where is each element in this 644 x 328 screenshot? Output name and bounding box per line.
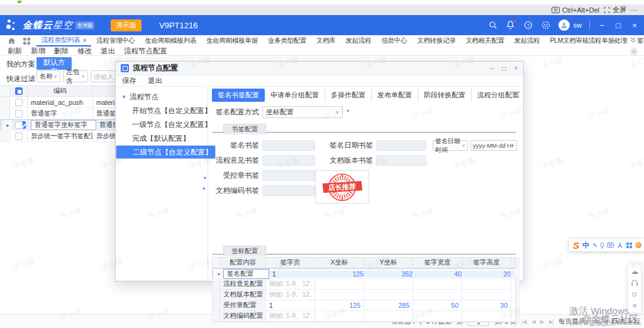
user-avatar[interactable] (558, 19, 570, 31)
toolbar-item[interactable]: 新增 (31, 46, 45, 56)
toolbar-item[interactable]: 退出 (101, 46, 115, 56)
filter-operator-select[interactable]: 左包含∨ (63, 70, 88, 82)
smiley-icon[interactable]: ☺ (631, 290, 638, 298)
tab-close-icon[interactable]: × (82, 36, 86, 44)
notification-bell-icon[interactable] (506, 20, 516, 30)
coord-value-cell[interactable] (413, 311, 462, 321)
seal-bookmark-input[interactable] (262, 170, 315, 181)
tab-item[interactable]: PLM文档审核流程单据处理 (545, 35, 632, 46)
dialog-maximize-button[interactable]: □ (502, 64, 506, 73)
maximize-button[interactable]: □ (614, 21, 623, 30)
tab-item[interactable]: 发起流程 (509, 35, 545, 46)
config-tab[interactable]: 发布单配置 (372, 89, 418, 102)
maximize-panel-icon[interactable] (513, 91, 519, 97)
per-page-input[interactable] (590, 317, 606, 326)
keyboard-icon[interactable] (607, 243, 614, 248)
first-page-icon[interactable]: |◀ (522, 319, 526, 325)
minimize-button[interactable]: − (597, 21, 606, 30)
tab-item[interactable]: 文档转换记录 (412, 35, 460, 46)
coord-value-cell[interactable]: 125 (318, 270, 367, 278)
coord-value-cell[interactable]: 40 (416, 270, 465, 278)
coord-value-cell[interactable] (462, 279, 511, 289)
menu-grid-icon[interactable] (23, 38, 30, 45)
config-tab[interactable]: 阶段转换配置 (418, 89, 472, 102)
coord-row[interactable]: 文档版本配置例如: 1-9、12、15-20 (213, 290, 515, 300)
tab-item[interactable]: 生命周期模板单据 (201, 35, 263, 46)
coord-row[interactable]: ▸签名配置11253524020 (213, 268, 518, 279)
tab-item[interactable]: 发起流程 (341, 35, 377, 46)
tree-root-node[interactable]: ▼流程节点 (116, 90, 208, 104)
exit-menu-item[interactable]: 退出 (148, 76, 162, 85)
home-icon[interactable] (8, 37, 16, 45)
tab-item[interactable]: 生命周期模板列表 (140, 35, 202, 46)
coord-value-cell[interactable]: 20 (465, 270, 514, 278)
sign-page-cell[interactable]: 1 (266, 300, 315, 310)
tab-item[interactable]: 文档库 (311, 35, 341, 46)
coord-value-cell[interactable] (413, 290, 462, 300)
feedback-smiley-icon[interactable] (541, 20, 551, 30)
coord-row[interactable]: 流程意见配置例如: 1-9、12、15-20 (213, 279, 515, 290)
microphone-icon[interactable] (601, 243, 604, 248)
tab-item[interactable]: 业务类型配置 (263, 35, 311, 46)
coordinate-table-scrollbar[interactable] (516, 257, 519, 322)
coord-value-cell[interactable]: 352 (367, 270, 416, 278)
row-checkbox[interactable] (15, 99, 23, 106)
prev-page-icon[interactable]: ◀ (531, 319, 535, 325)
tree-node[interactable]: 一级节点【自定义配置】 (116, 118, 208, 131)
tab-item[interactable]: 信息中心 (376, 35, 412, 46)
splitter-expand-icon[interactable]: ▸ (203, 185, 206, 191)
handwriting-icon[interactable]: ✎ (592, 242, 597, 249)
row-checkbox[interactable] (15, 133, 23, 140)
close-button[interactable]: × (630, 21, 639, 30)
coord-value-cell[interactable] (413, 279, 462, 289)
coord-row[interactable]: 受控章配置11252855030 (213, 300, 515, 311)
doc-code-bookmark-input[interactable] (262, 185, 315, 196)
toolbar-item[interactable]: 流程节点配置 (124, 46, 167, 56)
coord-value-cell[interactable] (315, 290, 364, 300)
sign-mode-select[interactable]: 坐标配置∨ (262, 106, 343, 118)
row-checkbox[interactable] (15, 121, 23, 129)
controlled-seal-image[interactable]: 店长推荐 (315, 170, 369, 204)
tree-node[interactable]: 二级节点【自定义配置】 (116, 145, 216, 159)
dialog-minimize-button[interactable]: − (490, 64, 494, 73)
sign-page-cell[interactable]: 例如: 1-9、12、15-20 (266, 279, 315, 289)
ime-chinese-mode[interactable]: 中 (582, 241, 589, 250)
dialog-close-button[interactable]: × (514, 64, 518, 73)
coord-value-cell[interactable] (364, 279, 413, 289)
coord-value-cell[interactable] (364, 311, 413, 321)
skin-icon[interactable] (635, 242, 641, 248)
tab-item[interactable]: 流程类型列表× (36, 35, 91, 46)
tree-node[interactable]: 开始节点【自定义配置】 (116, 104, 208, 118)
coord-value-cell[interactable] (364, 290, 413, 300)
coord-value-cell[interactable]: 285 (364, 300, 413, 310)
sign-page-cell[interactable]: 例如: 1-9、12、15-20 (266, 290, 315, 300)
next-page-icon[interactable]: ▶ (540, 319, 544, 325)
row-checkbox[interactable] (15, 110, 23, 118)
sign-page-cell[interactable]: 1 (269, 270, 318, 278)
save-menu-item[interactable]: 保存 (122, 76, 136, 85)
sign-bookmark-input[interactable] (262, 140, 315, 151)
splitter-collapse-icon[interactable]: ◂ (203, 175, 206, 180)
tree-expander-icon[interactable]: ▼ (121, 94, 126, 100)
toolbar-item[interactable]: 刷新 (8, 46, 22, 56)
sogou-logo-icon[interactable]: S (573, 240, 579, 251)
toolbox-icon[interactable] (617, 242, 623, 248)
headset-icon[interactable] (631, 279, 638, 287)
help-icon[interactable]: ? (523, 20, 533, 30)
settings-gear-icon[interactable] (630, 48, 638, 55)
sign-date-bookmark-input[interactable] (376, 140, 426, 151)
filter-field-select[interactable]: 名称∨ (36, 70, 60, 82)
cloud-icon[interactable]: ☁ (631, 268, 638, 275)
tab-item[interactable]: 文档相关配置 (460, 35, 509, 46)
coord-value-cell[interactable]: 50 (413, 300, 462, 310)
search-icon[interactable] (488, 20, 498, 30)
date-type-select[interactable]: 签名日期时间∨ (433, 140, 468, 151)
date-format-input[interactable] (470, 140, 517, 151)
coord-value-cell[interactable]: 125 (315, 300, 364, 310)
collapse-chevron-icon[interactable]: » (633, 302, 637, 309)
sign-page-cell[interactable]: 例如: 1-9、12、15-20 (266, 311, 315, 321)
config-tab[interactable]: 多操作配置 (325, 89, 372, 102)
coord-value-cell[interactable] (462, 311, 511, 321)
coord-value-cell[interactable] (462, 290, 511, 300)
coord-value-cell[interactable]: 30 (462, 300, 511, 310)
